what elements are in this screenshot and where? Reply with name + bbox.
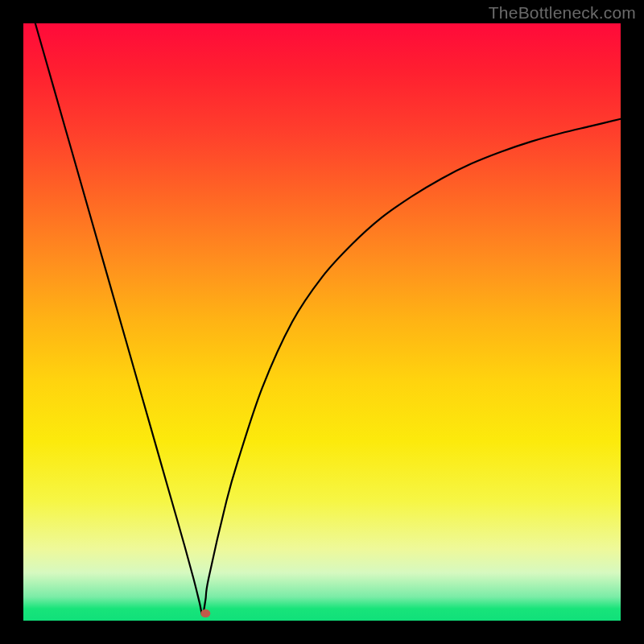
- chart-frame: TheBottleneck.com: [0, 0, 644, 644]
- watermark-text: TheBottleneck.com: [489, 3, 636, 23]
- plot-area: [23, 23, 621, 621]
- marker-dot: [200, 609, 210, 617]
- curve-svg: [23, 23, 621, 621]
- bottleneck-curve: [35, 23, 621, 615]
